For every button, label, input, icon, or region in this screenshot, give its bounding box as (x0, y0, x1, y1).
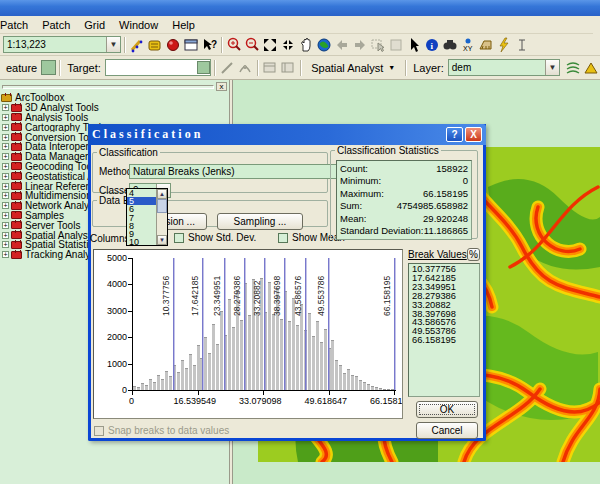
y-tick (128, 337, 132, 338)
show-std-dev-option[interactable]: Show Std. Dev. (174, 232, 256, 243)
sketch-line-icon[interactable] (218, 59, 236, 76)
dialog-titlebar[interactable]: Classification ? X (88, 124, 486, 145)
identify-icon[interactable]: i (423, 36, 441, 53)
zoom-in-icon[interactable] (225, 36, 243, 53)
dropdown-scrollbar[interactable]: ▲ ▼ (156, 189, 167, 245)
menu-item-patch-1[interactable]: Patch (35, 17, 77, 33)
scroll-up-icon[interactable]: ▲ (157, 189, 167, 199)
panel-header: x (2, 82, 227, 91)
expand-icon[interactable]: + (2, 114, 9, 121)
break-line[interactable] (173, 258, 174, 390)
sketch-arc-icon[interactable] (236, 59, 254, 76)
toolbox-item[interactable]: +Analysis Tools (1, 113, 229, 123)
target-combo-button[interactable] (197, 61, 210, 74)
break-line[interactable] (264, 258, 265, 390)
close-icon[interactable]: x (216, 82, 227, 91)
toolbox-icon (11, 104, 22, 112)
pan-hand-icon[interactable] (297, 36, 315, 53)
window-icon[interactable] (182, 36, 200, 53)
expand-icon[interactable]: + (2, 241, 9, 248)
menu-item-grid-2[interactable]: Grid (77, 17, 112, 33)
break-line[interactable] (284, 258, 285, 390)
expand-icon[interactable]: + (2, 163, 9, 170)
notebook-icon[interactable] (146, 36, 164, 53)
snap-breaks-option[interactable]: Snap breaks to data values (94, 425, 229, 436)
back-arrow-icon[interactable] (333, 36, 351, 53)
go-to-xy-icon[interactable]: XY (459, 36, 477, 53)
break-line[interactable] (224, 258, 225, 390)
menu-item-window-3[interactable]: Window (112, 17, 165, 33)
expand-icon[interactable]: + (2, 134, 9, 141)
expand-icon[interactable]: + (2, 173, 9, 180)
sampling-button[interactable]: Sampling ... (217, 213, 303, 230)
html-popup-icon[interactable] (513, 36, 531, 53)
sketch-properties-icon[interactable] (279, 59, 297, 76)
task-combo-button[interactable] (41, 60, 56, 75)
scale-combo[interactable]: 1:13,223 ▼ (3, 36, 121, 53)
panel-drag-handle[interactable] (2, 85, 214, 89)
measure-icon[interactable] (477, 36, 495, 53)
expand-icon[interactable]: + (2, 202, 9, 209)
chevron-down-icon[interactable]: ▼ (106, 37, 120, 52)
expand-icon[interactable]: + (2, 222, 9, 229)
clear-selection-icon[interactable] (387, 36, 405, 53)
break-line[interactable] (244, 258, 245, 390)
expand-icon[interactable]: + (2, 104, 9, 111)
histogram-bar (216, 344, 219, 390)
cancel-button[interactable]: Cancel (416, 422, 478, 439)
fixed-zoom-icon[interactable] (279, 36, 297, 53)
expand-icon[interactable]: + (2, 153, 9, 160)
expand-icon[interactable]: + (2, 143, 9, 150)
snap-breaks-checkbox[interactable] (94, 426, 104, 436)
break-line[interactable] (305, 258, 306, 390)
toolbar-separator (214, 60, 215, 76)
full-extent-icon[interactable] (261, 36, 279, 53)
show-mean-checkbox[interactable] (278, 233, 288, 243)
zoom-out-icon[interactable] (243, 36, 261, 53)
spatial-analyst-menu[interactable]: Spatial Analyst ▼ (304, 60, 402, 76)
expand-icon[interactable]: + (2, 212, 9, 219)
expand-icon[interactable]: + (2, 251, 9, 258)
toolbox-icon (11, 172, 22, 180)
scroll-thumb[interactable] (157, 199, 167, 213)
forward-arrow-icon[interactable] (351, 36, 369, 53)
break-line-label: 28.279386 (232, 252, 243, 316)
break-line[interactable] (394, 258, 395, 390)
expand-icon[interactable]: + (2, 183, 9, 190)
contour-tool-icon[interactable] (564, 59, 582, 76)
show-std-dev-checkbox[interactable] (174, 233, 184, 243)
dropdown-option-10[interactable]: 10 (127, 238, 156, 245)
layer-combo[interactable]: dem ▼ (448, 59, 560, 76)
histogram-tool-icon[interactable] (582, 59, 600, 76)
menu-item-help-4[interactable]: Help (165, 17, 202, 33)
ok-button[interactable]: OK (416, 401, 478, 418)
break-line[interactable] (328, 258, 329, 390)
globe-icon[interactable] (315, 36, 333, 53)
close-icon[interactable]: X (465, 127, 482, 142)
sketch-tool-icon[interactable] (128, 36, 146, 53)
break-line[interactable] (202, 258, 203, 390)
break-value-item[interactable]: 66.158195 (412, 336, 476, 345)
expand-icon[interactable]: + (2, 124, 9, 131)
select-elements-icon[interactable] (405, 36, 423, 53)
break-values-list[interactable]: 10.37775617.64218523.34995128.27938633.2… (408, 263, 480, 397)
attributes-window-icon[interactable] (261, 59, 279, 76)
toolbox-root[interactable]: ArcToolbox (1, 93, 229, 103)
percent-button[interactable]: % (467, 248, 480, 261)
expand-icon[interactable]: + (2, 192, 9, 199)
find-icon[interactable] (441, 36, 459, 53)
hyperlink-lightning-icon[interactable] (495, 36, 513, 53)
toolbox-red-icon[interactable] (164, 36, 182, 53)
target-combo[interactable] (105, 59, 212, 76)
x-tick (329, 391, 330, 395)
menu-item-patch-0[interactable]: Patch (0, 17, 35, 33)
scroll-down-icon[interactable]: ▼ (157, 235, 167, 245)
window-titlebar[interactable] (0, 0, 600, 16)
help-icon[interactable]: ? (446, 127, 463, 142)
toolbox-item[interactable]: +3D Analyst Tools (1, 103, 229, 113)
whats-this-icon[interactable]: ? (200, 36, 218, 53)
expand-icon[interactable]: + (2, 232, 9, 239)
select-features-icon[interactable] (369, 36, 387, 53)
svg-text:XY: XY (463, 45, 473, 52)
chevron-down-icon[interactable]: ▼ (545, 60, 559, 75)
